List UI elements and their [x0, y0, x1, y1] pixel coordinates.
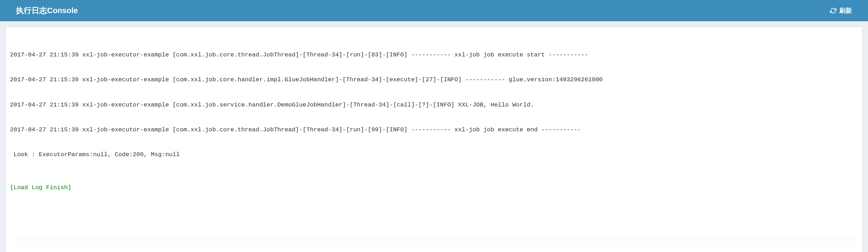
page-title: 执行日志Console	[16, 5, 78, 16]
log-content: 2017-04-27 21:15:39 xxl-job-executor-exa…	[10, 34, 858, 208]
log-panel: 2017-04-27 21:15:39 xxl-job-executor-exa…	[5, 27, 863, 252]
refresh-button[interactable]: 刷新	[830, 6, 852, 15]
log-line: 2017-04-27 21:15:39 xxl-job-executor-exa…	[10, 126, 858, 134]
log-line: 2017-04-27 21:15:39 xxl-job-executor-exa…	[10, 51, 858, 59]
divider	[10, 245, 858, 246]
log-line: 2017-04-27 21:15:39 xxl-job-executor-exa…	[10, 101, 858, 109]
header-bar: 执行日志Console 刷新	[0, 0, 868, 21]
log-line: Look : ExecutorParams:null, Code:200, Ms…	[10, 150, 858, 159]
refresh-icon	[830, 7, 836, 14]
content-wrapper: 2017-04-27 21:15:39 xxl-job-executor-exa…	[0, 21, 868, 252]
log-line: 2017-04-27 21:15:39 xxl-job-executor-exa…	[10, 76, 858, 84]
log-finish-label: [Load Log Finish]	[10, 183, 858, 192]
refresh-label: 刷新	[839, 6, 852, 15]
